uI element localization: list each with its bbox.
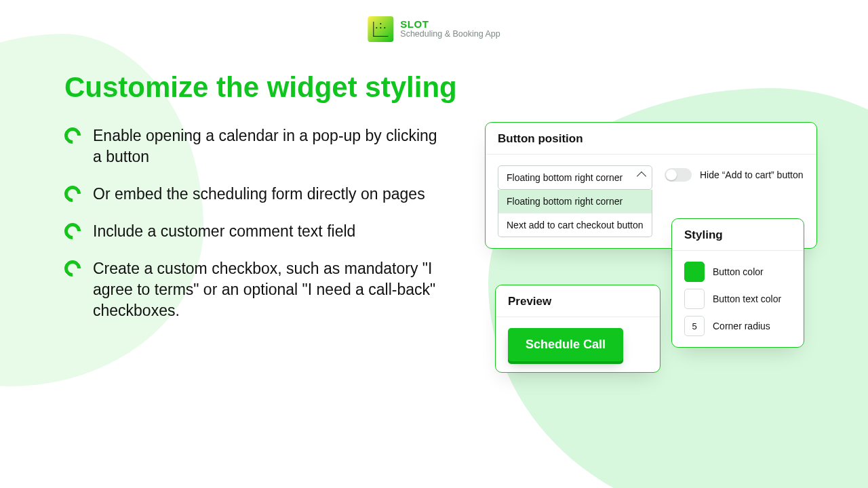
list-item: Enable opening a calendar in a pop-up by…: [64, 125, 444, 167]
button-position-options: Floating bottom right corner Next add to…: [498, 190, 652, 237]
list-item: Include a customer comment text field: [64, 221, 444, 242]
page-title: Customize the widget styling: [64, 71, 457, 104]
bullet-icon: [61, 182, 84, 205]
button-position-select[interactable]: Floating bottom right corner: [498, 165, 652, 190]
style-label: Button color: [713, 266, 764, 277]
select-value: Floating bottom right corner: [507, 172, 623, 183]
preview-card: Preview Schedule Call: [495, 285, 660, 373]
select-option[interactable]: Next add to cart checkout button: [498, 213, 652, 237]
toggle-label: Hide “Add to cart” button: [700, 169, 804, 180]
card-title: Styling: [672, 219, 804, 250]
style-label: Button text color: [713, 293, 781, 304]
list-item-text: Enable opening a calendar in a pop-up by…: [93, 125, 444, 167]
list-item: Or embed the scheduling form directly on…: [64, 184, 444, 205]
button-text-color-swatch[interactable]: [684, 289, 705, 309]
hide-add-to-cart-toggle[interactable]: [665, 168, 692, 182]
card-title: Button position: [486, 123, 816, 154]
bullet-icon: [61, 257, 84, 280]
list-item-text: Include a customer comment text field: [93, 221, 355, 242]
select-option[interactable]: Floating bottom right corner: [498, 190, 652, 213]
feature-list: Enable opening a calendar in a pop-up by…: [64, 125, 444, 338]
bullet-icon: [61, 124, 84, 147]
schedule-call-button[interactable]: Schedule Call: [508, 328, 623, 361]
list-item: Create a custom checkbox, such as mandat…: [64, 258, 444, 321]
corner-radius-value: 5: [692, 321, 696, 331]
list-item-text: Or embed the scheduling form directly on…: [93, 184, 425, 205]
brand-tagline: Scheduling & Booking App: [400, 30, 500, 39]
brand: SLOT Scheduling & Booking App: [368, 16, 500, 42]
corner-radius-input[interactable]: 5: [684, 316, 705, 336]
styling-card: Styling Button color Button text color 5…: [671, 218, 804, 348]
list-item-text: Create a custom checkbox, such as mandat…: [93, 258, 444, 321]
toggle-knob: [666, 169, 677, 180]
card-title: Preview: [496, 285, 660, 317]
style-label: Corner radius: [713, 321, 770, 331]
brand-name: SLOT: [400, 19, 500, 30]
brand-logo-icon: [368, 16, 393, 42]
button-color-swatch[interactable]: [684, 262, 705, 282]
bullet-icon: [61, 220, 84, 243]
